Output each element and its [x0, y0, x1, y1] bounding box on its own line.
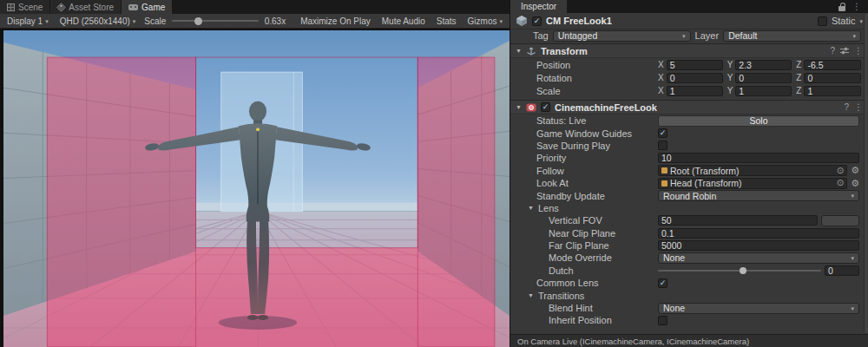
- dutch-slider[interactable]: [658, 270, 821, 272]
- object-picker-icon[interactable]: ⊙: [837, 167, 844, 175]
- gameobject-cube-icon: [516, 15, 528, 27]
- fov-preset-button[interactable]: [821, 215, 859, 226]
- tag-value: Untagged: [558, 30, 598, 41]
- common-lens-label: Common Lens: [536, 278, 654, 288]
- rotation-y-field[interactable]: 0: [735, 73, 792, 83]
- follow-object-field[interactable]: Root (Transform) ⊙: [658, 165, 847, 176]
- look-at-object-field[interactable]: Head (Transform) ⊙: [658, 178, 847, 189]
- lock-icon[interactable]: [838, 6, 845, 11]
- transform-object-icon: [661, 167, 667, 174]
- gamepad-icon: [128, 4, 138, 10]
- menu-icon[interactable]: ⋮: [854, 103, 863, 112]
- vertical-fov-field[interactable]: 50: [658, 215, 818, 226]
- game-window-guides-checkbox[interactable]: ✓: [658, 128, 667, 138]
- scale-slider-knob[interactable]: [194, 17, 202, 25]
- display-dropdown-label: Display 1: [7, 16, 43, 26]
- lens-foldout[interactable]: ▼ Lens: [510, 202, 868, 214]
- dutch-slider-knob[interactable]: [740, 267, 746, 274]
- chevron-down-icon: ▾: [682, 33, 686, 39]
- inherit-position-checkbox[interactable]: ✓: [658, 316, 667, 325]
- tag-dropdown[interactable]: Untagged ▾: [553, 30, 691, 42]
- position-x-field[interactable]: 5: [667, 60, 723, 70]
- solo-button[interactable]: Solo: [658, 115, 859, 127]
- dutch-field[interactable]: 0: [825, 265, 859, 276]
- scale-slider[interactable]: [172, 20, 258, 22]
- look-at-label: Look At: [536, 178, 654, 188]
- menu-icon[interactable]: ⋮: [852, 3, 861, 11]
- static-checkbox[interactable]: ✓: [818, 16, 827, 26]
- component-enabled-checkbox[interactable]: ✓: [541, 102, 550, 112]
- mute-audio-button[interactable]: Mute Audio: [379, 14, 428, 28]
- view-tabbar: Scene Asset Store Game: [0, 0, 510, 14]
- blend-hint-dropdown[interactable]: None ▾: [658, 303, 859, 314]
- save-during-play-checkbox[interactable]: ✓: [658, 141, 667, 150]
- scale-y-field[interactable]: 1: [735, 86, 792, 96]
- active-checkbox[interactable]: ✓: [532, 16, 542, 26]
- priority-field[interactable]: 10: [658, 153, 859, 163]
- tab-scene[interactable]: Scene: [0, 0, 50, 14]
- save-during-play-row: Save During Play ✓: [510, 140, 868, 152]
- menu-icon[interactable]: ⋮: [854, 47, 863, 56]
- near-clip-value: 0.1: [661, 228, 674, 239]
- axis-x-label: X: [658, 73, 664, 82]
- stats-label: Stats: [437, 16, 457, 26]
- mute-audio-label: Mute Audio: [382, 16, 425, 26]
- scale-z-field[interactable]: 1: [804, 86, 861, 96]
- vertical-fov-value: 50: [661, 215, 672, 226]
- near-clip-label: Near Clip Plane: [549, 228, 654, 239]
- priority-value: 10: [661, 153, 672, 163]
- inspector-scrollbar[interactable]: [864, 14, 868, 333]
- head-target-marker: [256, 128, 260, 131]
- far-clip-field[interactable]: 5000: [658, 240, 859, 251]
- gear-icon[interactable]: ⚙: [851, 179, 859, 188]
- chevron-down-icon: ▾: [852, 33, 856, 39]
- resolution-dropdown-label: QHD (2560x1440): [60, 16, 130, 26]
- resolution-dropdown[interactable]: QHD (2560x1440) ▾: [57, 14, 139, 28]
- common-lens-checkbox[interactable]: ✓: [658, 278, 667, 288]
- camera-live-status-text: On Camera Live (ICinemachineCamera, ICin…: [517, 337, 749, 346]
- near-clip-row: Near Clip Plane 0.1: [510, 227, 868, 239]
- gear-icon[interactable]: ⚙: [851, 166, 859, 175]
- common-lens-row: Common Lens ✓: [510, 277, 868, 289]
- axis-x-label: X: [658, 86, 664, 95]
- transitions-foldout[interactable]: ▼ Transitions: [510, 289, 868, 301]
- rotation-x-field[interactable]: 0: [667, 73, 723, 83]
- chevron-down-icon: ▾: [851, 305, 854, 311]
- help-icon[interactable]: ?: [844, 102, 849, 112]
- blend-hint-label: Blend Hint: [549, 303, 654, 313]
- foldout-icon[interactable]: ▼: [516, 104, 522, 110]
- scale-x-field[interactable]: 1: [667, 86, 723, 96]
- rotation-z-field[interactable]: 0: [804, 73, 861, 83]
- scale-z-value: 1: [807, 86, 812, 96]
- dutch-row: Dutch 0: [510, 265, 868, 277]
- maximize-on-play-button[interactable]: Maximize On Play: [298, 14, 373, 28]
- priority-row: Priority 10: [510, 152, 868, 164]
- transform-header[interactable]: ▼ Transform ? ⋮: [510, 43, 868, 58]
- game-viewport[interactable]: [0, 29, 510, 347]
- gizmos-dropdown[interactable]: Gizmos ▾: [465, 14, 505, 28]
- help-icon[interactable]: ?: [830, 46, 835, 56]
- foldout-icon: ▼: [528, 292, 534, 298]
- display-dropdown[interactable]: Display 1 ▾: [4, 14, 51, 28]
- tab-game[interactable]: Game: [122, 0, 173, 14]
- near-clip-field[interactable]: 0.1: [658, 228, 859, 239]
- gameobject-name[interactable]: CM FreeLook1: [546, 16, 813, 26]
- standby-update-dropdown[interactable]: Round Robin ▾: [658, 190, 859, 201]
- tab-inspector[interactable]: Inspector: [510, 0, 567, 13]
- foldout-icon[interactable]: ▼: [516, 48, 522, 54]
- mode-override-dropdown[interactable]: None ▾: [658, 252, 859, 264]
- static-dropdown-arrow[interactable]: ▾: [859, 18, 863, 24]
- object-picker-icon[interactable]: ⊙: [837, 179, 844, 187]
- preset-icon[interactable]: [840, 47, 849, 55]
- asset-store-icon: [56, 3, 66, 12]
- gizmos-label: Gizmos: [468, 16, 497, 26]
- chevron-down-icon: ▾: [499, 18, 503, 24]
- far-clip-row: Far Clip Plane 5000: [510, 239, 868, 252]
- position-y-field[interactable]: 2.3: [735, 60, 792, 70]
- tab-asset-store[interactable]: Asset Store: [50, 0, 122, 14]
- cinemachine-freelook-header[interactable]: ▼ ✓ CinemachineFreeLook ? ⋮: [510, 100, 868, 115]
- axis-y-label: Y: [727, 86, 733, 95]
- layer-dropdown[interactable]: Default ▾: [723, 30, 861, 42]
- stats-button[interactable]: Stats: [434, 14, 459, 28]
- position-z-field[interactable]: -6.5: [804, 60, 861, 70]
